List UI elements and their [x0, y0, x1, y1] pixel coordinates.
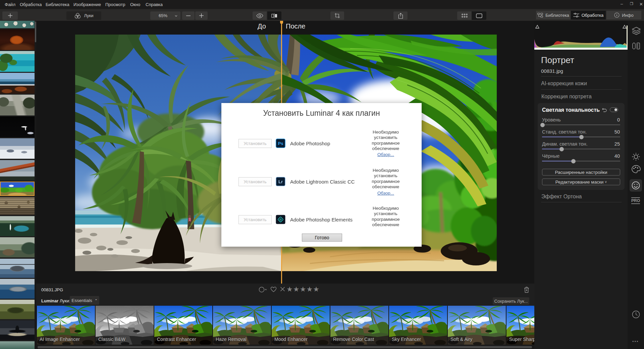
svg-text:Lr: Lr [278, 179, 283, 184]
svg-text:Ps: Ps [278, 141, 283, 146]
